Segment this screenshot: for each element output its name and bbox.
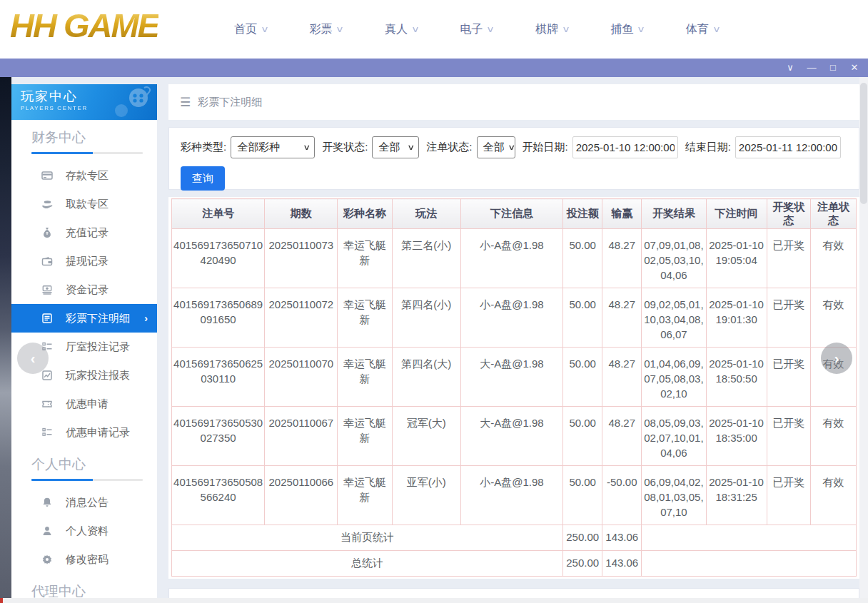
table-cell: 有效 <box>810 466 856 525</box>
table-header-row: 注单号期数彩种名称玩法下注信息投注额输赢开奖结果下注时间开奖状态注单状态 <box>172 199 857 229</box>
sidebar-item[interactable]: 充值记录› <box>11 218 157 247</box>
table-cell: 2025-01-10 19:05:04 <box>706 229 767 288</box>
sidebar-section-title-2: 个人中心 <box>31 455 143 474</box>
search-button[interactable]: 查询 <box>181 166 225 191</box>
lottery-type-select[interactable]: 全部彩种 ∨ <box>231 136 315 158</box>
table-cell: 401569173650710420490 <box>172 229 265 288</box>
sidebar-item[interactable]: 优惠申请记录› <box>11 418 157 447</box>
table-cell: 08,05,09,03,02,07,10,01,04,06 <box>642 407 706 466</box>
order-status-select[interactable]: 全部 ∨ <box>477 136 515 158</box>
sidebar-item[interactable]: 存款专区› <box>11 161 157 190</box>
summary-bet-total: 250.00 <box>563 551 602 577</box>
summary-winloss-total: 143.06 <box>602 551 642 577</box>
panel-expand-button[interactable]: › <box>821 343 852 374</box>
chevron-down-icon: ∨ <box>411 24 420 34</box>
top-bar: HH GAME 首页∨彩票∨真人∨电子∨棋牌∨捕鱼∨体育∨ <box>0 0 868 59</box>
sidebar-item[interactable]: 优惠申请› <box>11 390 157 418</box>
sidebar-item[interactable]: 消息公告› <box>11 488 157 517</box>
sidebar-item-label: 资金记录 <box>66 283 108 297</box>
table-cell: 有效 <box>810 407 856 466</box>
table-cell: 已开奖 <box>767 466 810 525</box>
hamburger-icon[interactable]: ☰ <box>180 95 191 110</box>
sidebar-item-label: 优惠申请 <box>66 397 108 411</box>
table-row: 40156917365053002735020250110067幸运飞艇新冠军(… <box>172 407 857 466</box>
sidebar-item-label: 消息公告 <box>66 496 108 510</box>
column-header: 开奖状态 <box>767 199 810 229</box>
sidebar-item-label: 取款专区 <box>66 198 108 211</box>
minimize-button[interactable]: — <box>801 59 822 77</box>
sidebar-item-label: 提现记录 <box>66 255 108 268</box>
chevron-down-icon: ∨ <box>486 24 495 34</box>
nav-item-7[interactable]: 体育∨ <box>686 22 720 37</box>
close-button[interactable]: ✕ <box>844 59 865 77</box>
nav-item-4[interactable]: 电子∨ <box>460 22 493 37</box>
table-cell: 401569173650625030110 <box>172 348 265 407</box>
table-cell: 48.27 <box>602 407 642 466</box>
breadcrumb: ☰ 彩票下注明细 <box>168 84 859 120</box>
nav-item-3[interactable]: 真人∨ <box>385 22 418 37</box>
left-background-strip <box>0 77 11 603</box>
chevron-down-icon: ∨ <box>303 143 311 151</box>
chevron-down-button[interactable]: ∨ <box>779 59 801 77</box>
sidebar-item[interactable]: 资金记录› <box>11 275 157 304</box>
sidebar-item-label: 充值记录 <box>66 226 108 240</box>
table-cell: 幸运飞艇新 <box>338 229 392 288</box>
bottom-edge-strip <box>3 598 868 603</box>
end-date-input[interactable] <box>735 136 841 158</box>
table-cell: 幸运飞艇新 <box>338 407 392 466</box>
sidebar-item-label: 个人资料 <box>66 525 108 538</box>
chevron-down-icon: ∨ <box>637 24 645 34</box>
table-cell: 大-A盘@1.98 <box>460 407 562 466</box>
sidebar: 玩家中心 PLAYERS CENTER 财务中心存款专区›取款专区›充值记录›提… <box>11 84 157 598</box>
table-cell: 01,04,06,09,07,05,08,03,02,10 <box>642 348 706 407</box>
maximize-button[interactable]: □ <box>822 59 844 77</box>
chevron-right-icon: › <box>144 313 148 324</box>
table-cell: 已开奖 <box>767 288 810 348</box>
column-header: 下注时间 <box>706 199 767 229</box>
nav-item-2[interactable]: 彩票∨ <box>309 22 343 37</box>
coupon-icon <box>41 398 54 410</box>
sidebar-item-label: 优惠申请记录 <box>66 426 130 440</box>
column-header: 玩法 <box>392 199 460 229</box>
bet-table-panel: 注单号期数彩种名称玩法下注信息投注额输赢开奖结果下注时间开奖状态注单状态 401… <box>168 197 859 579</box>
funds-icon <box>41 284 54 295</box>
table-cell: 已开奖 <box>767 348 810 407</box>
table-cell: 冠军(大) <box>392 407 460 466</box>
chevron-down-icon: ∨ <box>712 24 721 34</box>
wallet-icon <box>41 255 54 267</box>
hh-game-logo: HH GAME <box>10 6 158 45</box>
sidebar-collapse-button[interactable]: ‹ <box>17 343 49 374</box>
sidebar-item[interactable]: 个人资料› <box>11 517 157 545</box>
nav-item-label: 棋牌 <box>535 22 558 37</box>
window-controls: ∨—□✕ <box>779 59 865 77</box>
bet-table: 注单号期数彩种名称玩法下注信息投注额输赢开奖结果下注时间开奖状态注单状态 401… <box>171 198 857 577</box>
nav-item-1[interactable]: 首页∨ <box>234 22 268 37</box>
table-cell: 小-A盘@1.98 <box>460 288 562 348</box>
nav-item-label: 电子 <box>460 22 483 37</box>
gamepad-icon <box>106 86 153 120</box>
column-header: 注单号 <box>172 199 265 229</box>
chevron-left-icon: ‹ <box>31 350 36 367</box>
table-cell: 50.00 <box>563 229 602 288</box>
sidebar-item[interactable]: 修改密码› <box>11 545 157 574</box>
nav-item-label: 首页 <box>234 22 257 37</box>
table-row: 40156917365068909165020250110072幸运飞艇新第四名… <box>172 288 857 348</box>
sidebar-item[interactable]: 彩票下注明细› <box>11 304 157 333</box>
start-date-input[interactable] <box>572 136 678 158</box>
sidebar-item[interactable]: 提现记录› <box>11 247 157 275</box>
draw-status-select[interactable]: 全部 ∨ <box>372 136 419 158</box>
sidebar-item[interactable]: 取款专区› <box>11 190 157 218</box>
nav-item-5[interactable]: 棋牌∨ <box>535 22 569 37</box>
scrollbar-thumb[interactable] <box>860 83 867 204</box>
vertical-scrollbar[interactable] <box>859 77 868 598</box>
nav-item-label: 真人 <box>385 22 408 37</box>
table-cell: 50.00 <box>563 466 602 525</box>
table-cell: 20250110072 <box>265 288 338 348</box>
chart-report-icon <box>41 370 54 381</box>
summary-row: 总统计250.00143.06 <box>172 551 857 577</box>
table-cell: 第四名(大) <box>392 348 460 407</box>
table-cell: 20250110067 <box>265 407 338 466</box>
list-doc-icon <box>41 313 54 324</box>
table-cell: 2025-01-10 19:01:30 <box>706 288 767 348</box>
nav-item-6[interactable]: 捕鱼∨ <box>610 22 644 37</box>
